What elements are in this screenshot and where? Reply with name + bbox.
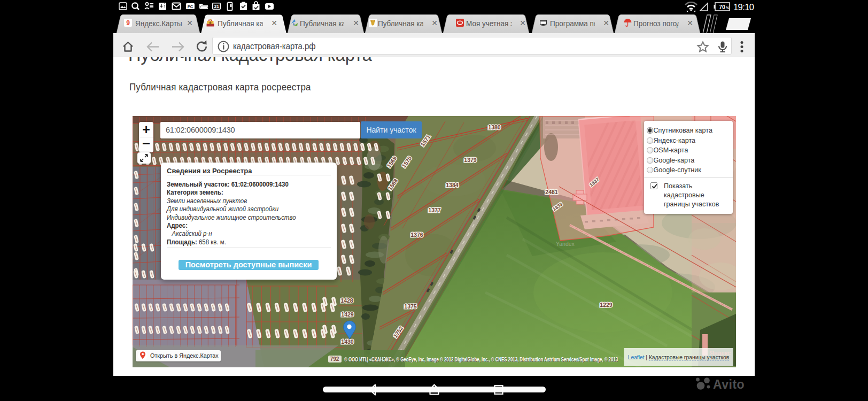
svg-text:2481: 2481 (545, 189, 558, 195)
svg-text:1429: 1429 (341, 311, 354, 318)
svg-text:© ООО ИТЦ «СКАНЭКС», © GeoEye,: © ООО ИТЦ «СКАНЭКС», © GeoEye, Inc, Imag… (344, 357, 618, 363)
svg-text:Avito: Avito (713, 377, 745, 391)
svg-text:1375: 1375 (404, 303, 417, 310)
svg-text:1380: 1380 (488, 124, 501, 130)
svg-text:1376: 1376 (410, 232, 423, 238)
svg-text:1229: 1229 (600, 302, 613, 308)
svg-text:1379: 1379 (464, 157, 477, 163)
svg-text:1430: 1430 (341, 338, 354, 345)
svg-text:792: 792 (330, 356, 339, 362)
svg-text:1377: 1377 (428, 207, 441, 213)
svg-text:1428: 1428 (340, 297, 353, 304)
svg-text:Yandex: Yandex (556, 241, 575, 247)
svg-text:1384: 1384 (446, 182, 459, 188)
